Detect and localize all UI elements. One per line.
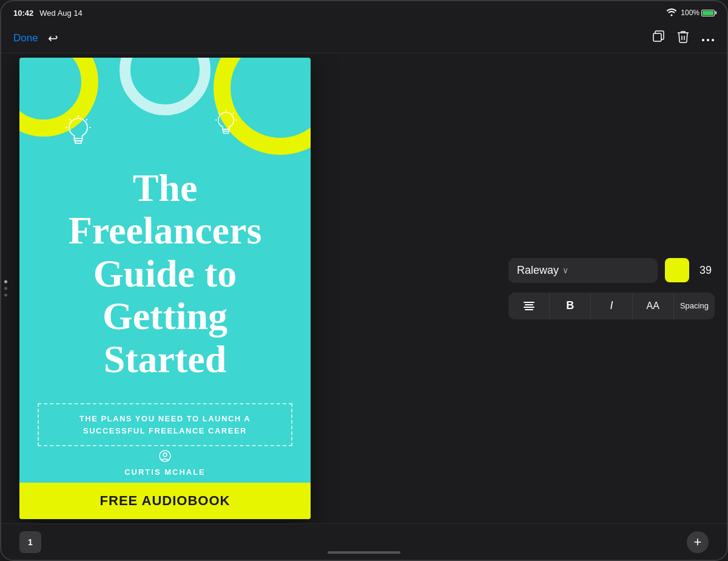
toolbar: Done ↩ — [1, 23, 727, 53]
status-icons: 100% — [666, 8, 715, 18]
book-title: The Freelancers Guide to Getting Started — [38, 167, 292, 381]
font-selector[interactable]: Raleway ∨ — [508, 258, 658, 283]
battery-fill — [703, 11, 713, 15]
svg-point-0 — [671, 14, 673, 16]
svg-point-20 — [163, 453, 167, 457]
add-page-button[interactable]: + — [687, 531, 709, 553]
battery-indicator: 100% — [681, 8, 715, 17]
bottom-bar: 1 + — [1, 523, 727, 560]
align-button[interactable] — [508, 293, 550, 319]
toolbar-left: Done ↩ — [13, 31, 58, 46]
tablet-frame: 10:42 Wed Aug 14 100% Done ↩ — [0, 0, 728, 561]
svg-rect-24 — [525, 309, 533, 310]
duplicate-button[interactable] — [652, 30, 665, 46]
font-size: 39 — [696, 264, 715, 277]
book-author-area: CURTIS MCHALE — [19, 449, 311, 477]
book-footer: FREE AUDIOBOOK — [19, 483, 311, 519]
svg-line-8 — [69, 119, 70, 120]
aa-button[interactable]: AA — [633, 293, 674, 319]
book-subtitle-area: THE PLANS YOU NEED TO LAUNCH A SUCCESSFU… — [38, 403, 292, 446]
book-author: CURTIS MCHALE — [19, 467, 311, 477]
book-title-area: The Freelancers Guide to Getting Started — [19, 167, 311, 381]
battery-percent: 100% — [681, 8, 699, 17]
svg-point-2 — [702, 39, 704, 41]
font-name: Raleway — [517, 264, 559, 277]
handle-dot-2 — [4, 287, 7, 290]
battery-box — [701, 10, 715, 16]
book-footer-text: FREE AUDIOBOOK — [100, 493, 231, 509]
bulb-icon-left — [65, 115, 92, 155]
font-chevron-icon: ∨ — [562, 265, 568, 275]
svg-line-17 — [233, 113, 234, 114]
undo-button[interactable]: ↩ — [48, 31, 58, 46]
svg-line-10 — [86, 119, 87, 120]
author-icon — [158, 449, 172, 463]
status-time: 10:42 — [13, 8, 33, 18]
status-bar: 10:42 Wed Aug 14 100% — [1, 1, 727, 23]
svg-rect-23 — [524, 307, 534, 308]
svg-line-15 — [218, 113, 220, 114]
font-controls: Raleway ∨ 39 — [508, 258, 715, 319]
svg-rect-1 — [653, 33, 661, 41]
done-button[interactable]: Done — [13, 32, 38, 44]
book-cover[interactable]: The Freelancers Guide to Getting Started… — [19, 58, 311, 519]
right-panel: Raleway ∨ 39 — [496, 53, 727, 523]
svg-rect-6 — [75, 141, 81, 143]
left-handle — [1, 276, 10, 302]
svg-point-3 — [707, 39, 709, 41]
handle-dot-3 — [4, 294, 7, 297]
svg-rect-21 — [524, 302, 534, 303]
format-row: B I AA Spacing — [508, 293, 715, 319]
scroll-indicator — [328, 551, 400, 554]
delete-button[interactable] — [677, 30, 689, 46]
bulb-icon-right — [215, 109, 238, 144]
bold-button[interactable]: B — [550, 293, 591, 319]
more-button[interactable] — [701, 31, 715, 45]
svg-rect-22 — [525, 304, 533, 305]
page-indicator[interactable]: 1 — [19, 531, 41, 553]
handle-dot-1 — [4, 280, 7, 284]
deco-circle-center — [120, 58, 211, 115]
toolbar-right — [652, 30, 715, 46]
font-row: Raleway ∨ 39 — [508, 258, 715, 283]
italic-button[interactable]: I — [591, 293, 632, 319]
canvas-area: The Freelancers Guide to Getting Started… — [1, 53, 496, 523]
svg-point-4 — [712, 39, 714, 41]
wifi-icon — [666, 8, 677, 18]
book-subtitle: THE PLANS YOU NEED TO LAUNCH A SUCCESSFU… — [49, 413, 281, 437]
svg-point-19 — [160, 450, 170, 461]
status-date: Wed Aug 14 — [39, 8, 83, 18]
main-content: The Freelancers Guide to Getting Started… — [1, 53, 727, 523]
svg-rect-13 — [223, 131, 228, 133]
color-swatch[interactable] — [665, 258, 689, 282]
spacing-button[interactable]: Spacing — [674, 293, 715, 319]
